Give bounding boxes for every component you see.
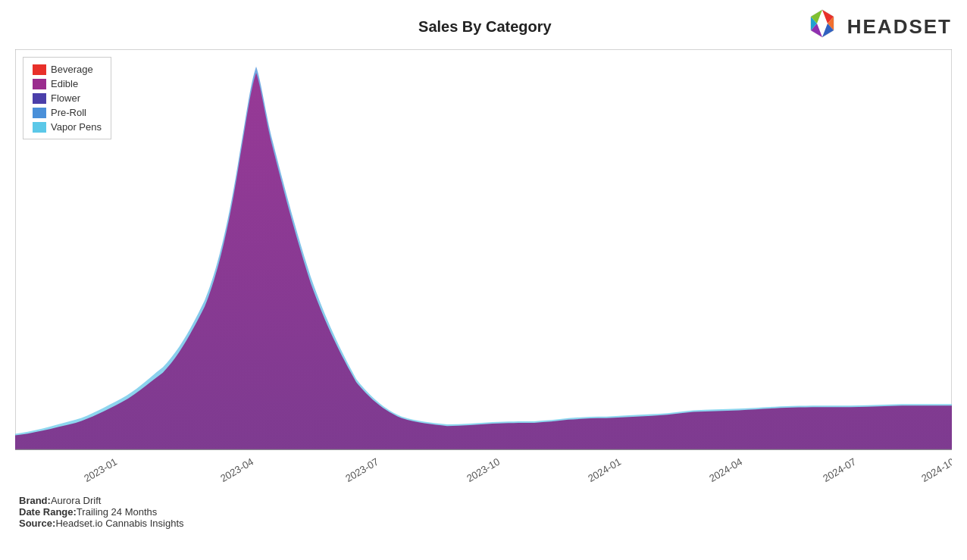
svg-text:2023-01: 2023-01 — [82, 455, 119, 484]
logo-area: HEADSET — [803, 8, 952, 45]
logo-text: HEADSET — [847, 15, 952, 39]
source-value: Headset.io Cannabis Insights — [55, 518, 183, 529]
legend-item-beverage: Beverage — [33, 64, 102, 75]
preroll-swatch — [33, 108, 46, 118]
header: Sales By Category HEADSET — [0, 0, 967, 49]
chart-svg: 2023-01 2023-04 2023-07 2023-10 2024-01 … — [15, 49, 952, 489]
svg-point-1 — [818, 19, 827, 28]
source-label: Source: — [19, 518, 55, 529]
legend-item-preroll: Pre-Roll — [33, 107, 102, 118]
legend-label-preroll: Pre-Roll — [51, 107, 86, 118]
legend-label-flower: Flower — [51, 92, 80, 104]
svg-text:2024-04: 2024-04 — [707, 455, 744, 484]
date-label: Date Range: — [19, 506, 77, 518]
chart-legend: Beverage Edible Flower Pre-Roll Vapor Pe… — [23, 57, 111, 139]
legend-item-flower: Flower — [33, 92, 102, 104]
chart-title: Sales By Category — [167, 18, 803, 36]
headset-logo-icon — [803, 8, 841, 45]
svg-text:2023-07: 2023-07 — [343, 455, 380, 484]
vapor-swatch — [33, 122, 46, 133]
brand-value: Aurora Drift — [51, 495, 101, 506]
svg-text:2024-10: 2024-10 — [919, 455, 952, 484]
beverage-swatch — [33, 64, 46, 75]
flower-swatch — [33, 93, 46, 104]
legend-label-edible: Edible — [51, 78, 78, 89]
main-container: Sales By Category HEADSET — [0, 0, 967, 560]
brand-label: Brand: — [19, 495, 51, 506]
legend-item-edible: Edible — [33, 78, 102, 89]
svg-text:2024-01: 2024-01 — [586, 455, 623, 484]
svg-text:2024-07: 2024-07 — [821, 455, 858, 484]
date-value: Trailing 24 Months — [77, 506, 157, 518]
svg-text:2023-04: 2023-04 — [218, 455, 255, 484]
chart-area: Beverage Edible Flower Pre-Roll Vapor Pe… — [15, 49, 952, 489]
legend-label-vapor: Vapor Pens — [51, 121, 102, 133]
legend-item-vapor: Vapor Pens — [33, 121, 102, 133]
chart-footer: Brand:Aurora Drift Date Range:Trailing 2… — [0, 489, 967, 529]
edible-swatch — [33, 79, 46, 89]
svg-text:2023-10: 2023-10 — [465, 455, 502, 484]
legend-label-beverage: Beverage — [51, 64, 93, 75]
